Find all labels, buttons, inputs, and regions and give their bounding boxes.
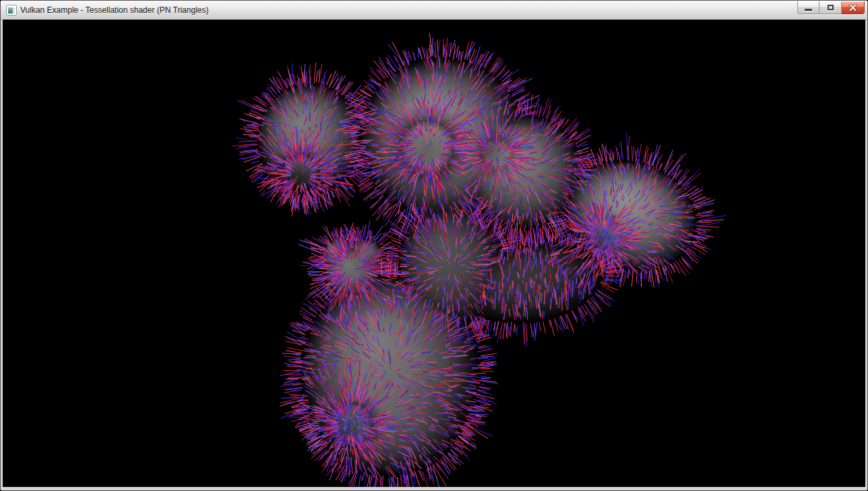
app-icon[interactable] <box>6 5 17 16</box>
minimize-icon <box>805 9 812 11</box>
window-controls <box>797 1 865 14</box>
maximize-button[interactable] <box>819 1 842 14</box>
window-title: Vulkan Example - Tessellation shader (PN… <box>20 5 208 15</box>
app-window: Vulkan Example - Tessellation shader (PN… <box>0 0 868 491</box>
minimize-button[interactable] <box>797 1 819 14</box>
close-icon <box>848 4 857 11</box>
viewport <box>3 20 865 487</box>
close-button[interactable] <box>842 1 865 14</box>
render-viewport-canvas[interactable] <box>3 20 865 487</box>
titlebar[interactable]: Vulkan Example - Tessellation shader (PN… <box>1 1 867 20</box>
maximize-icon <box>828 5 834 10</box>
